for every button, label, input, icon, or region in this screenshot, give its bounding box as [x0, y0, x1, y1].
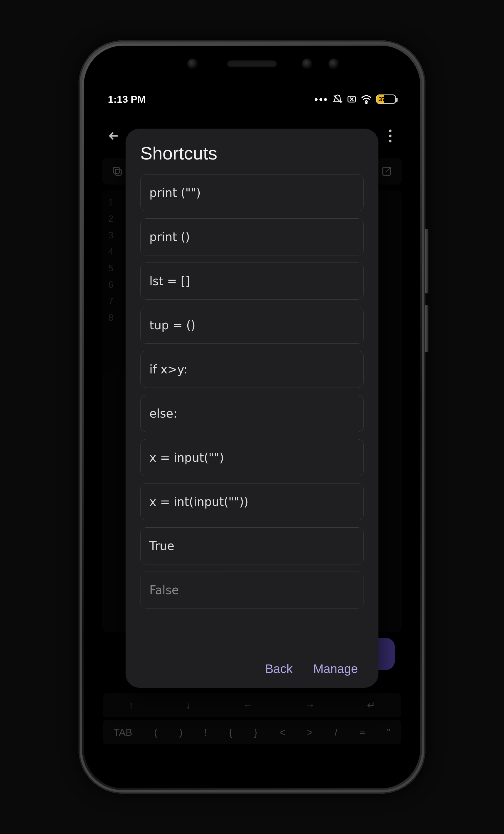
keyboard-key[interactable]: !	[204, 727, 207, 738]
screen-viewport: 1:13 PM •••	[96, 82, 408, 752]
line-number: 7	[108, 296, 114, 307]
phone-mockup: 1:13 PM •••	[78, 40, 426, 794]
keyboard-key[interactable]: ←	[243, 700, 253, 711]
overflow-menu-icon[interactable]	[381, 127, 399, 145]
line-number: 4	[108, 246, 114, 257]
shortcuts-modal: Shortcuts print ("")print ()lst = []tup …	[125, 129, 379, 688]
keyboard-key[interactable]: >	[307, 727, 313, 738]
side-button-volume	[425, 229, 429, 293]
svg-rect-6	[114, 168, 119, 173]
line-number: 3	[108, 230, 114, 241]
speaker-grille	[227, 60, 277, 67]
keyboard-key[interactable]: {	[229, 727, 232, 738]
svg-point-1	[366, 102, 367, 103]
line-number: 2	[108, 213, 114, 224]
wifi-icon	[361, 94, 372, 104]
shortcut-item[interactable]: print ("")	[140, 174, 364, 211]
side-button-power	[425, 305, 429, 352]
shortcut-item[interactable]: lst = []	[140, 263, 364, 300]
svg-point-2	[389, 130, 391, 132]
shortcut-item[interactable]: x = int(input(""))	[140, 483, 364, 520]
status-right-cluster: •••	[314, 93, 396, 105]
shortcut-item[interactable]: x = input("")	[140, 439, 364, 476]
shortcut-item[interactable]: else:	[140, 395, 364, 432]
status-bar: 1:13 PM •••	[96, 82, 408, 117]
keyboard-row-symbols[interactable]: TAB()!{}<>/="	[102, 720, 402, 744]
back-button[interactable]: Back	[265, 662, 293, 676]
shortcut-item[interactable]: False	[140, 571, 364, 609]
keyboard-key[interactable]: (	[154, 727, 157, 738]
shortcut-item[interactable]: True	[140, 527, 364, 565]
modal-title: Shortcuts	[140, 143, 364, 163]
line-number-gutter: 12345678	[102, 191, 120, 632]
svg-point-4	[389, 140, 391, 142]
keyboard-key[interactable]: /	[335, 727, 337, 738]
keyboard-key[interactable]: }	[254, 727, 257, 738]
keyboard-key[interactable]: ↑	[129, 700, 134, 711]
front-camera	[187, 59, 198, 69]
sensor-1	[302, 59, 313, 69]
svg-rect-5	[115, 169, 121, 175]
keyboard-key[interactable]: =	[359, 727, 365, 738]
manage-button[interactable]: Manage	[313, 662, 358, 676]
battery-icon: 37	[376, 94, 396, 104]
line-number: 5	[108, 263, 114, 274]
shortcut-item[interactable]: tup = ()	[140, 307, 364, 344]
modal-actions: Back Manage	[140, 662, 364, 676]
keyboard-key[interactable]: "	[387, 727, 390, 738]
line-number: 8	[108, 312, 114, 323]
copy-icon[interactable]	[109, 162, 126, 180]
no-sim-icon	[347, 94, 357, 104]
back-arrow-icon[interactable]	[105, 127, 123, 145]
keyboard-key[interactable]: )	[179, 727, 182, 738]
shortcut-item[interactable]: print ()	[140, 218, 364, 256]
status-time: 1:13 PM	[108, 93, 146, 105]
more-dots-icon: •••	[314, 93, 328, 105]
phone-top-hardware	[78, 60, 426, 78]
open-external-icon[interactable]	[378, 162, 395, 180]
dnd-muted-icon	[333, 94, 343, 104]
shortcuts-list[interactable]: print ("")print ()lst = []tup = ()if x>y…	[140, 174, 364, 653]
keyboard-key[interactable]: ↵	[367, 699, 375, 711]
battery-pct: 37	[379, 96, 385, 103]
keyboard-key[interactable]: <	[279, 727, 285, 738]
keyboard-key[interactable]: ↓	[186, 700, 191, 711]
keyboard-key[interactable]: →	[305, 700, 315, 711]
keyboard-key[interactable]: TAB	[114, 727, 132, 738]
svg-point-3	[389, 134, 391, 137]
sensor-2	[328, 59, 339, 69]
keyboard-row-arrows[interactable]: ↑↓←→↵	[102, 693, 402, 717]
line-number: 6	[108, 279, 114, 290]
line-number: 1	[108, 197, 114, 208]
shortcut-item[interactable]: if x>y:	[140, 351, 364, 388]
